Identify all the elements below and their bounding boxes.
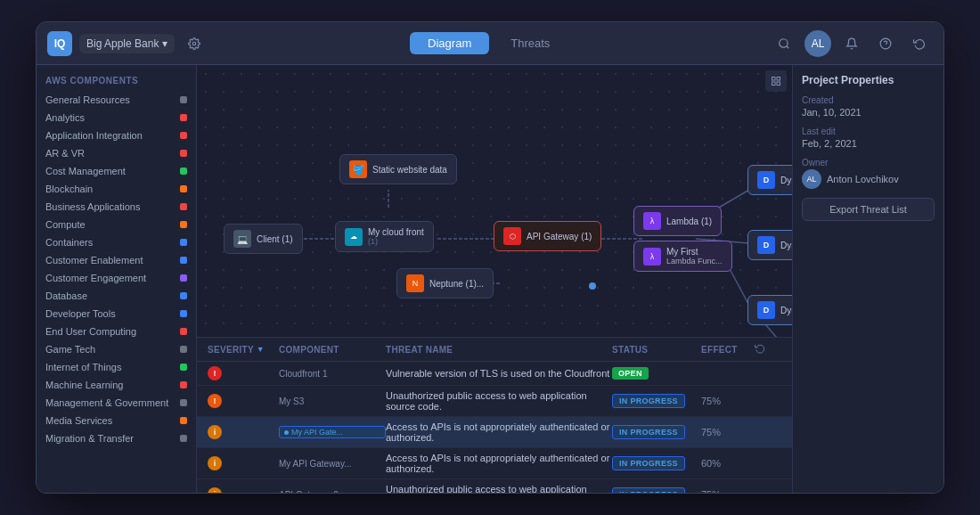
table-row[interactable]: i My API Gate... Access to APIs is not a… (197, 417, 792, 448)
severity-high-icon: ! (208, 394, 222, 408)
node-lambda1[interactable]: λ Lambda (1) (633, 206, 722, 236)
sidebar-dot (180, 328, 187, 335)
sidebar-dot (180, 168, 187, 175)
severity-medium-icon: i (208, 487, 222, 493)
dynamo-2b-icon: D (757, 236, 775, 254)
cell-component: API Gateway 2 (279, 490, 386, 494)
sidebar-dot (180, 417, 187, 424)
sidebar-item-end-user-computing[interactable]: End User Computing (37, 323, 196, 340)
sidebar-item-game-tech[interactable]: Game Tech (37, 340, 196, 358)
prop-created-value: Jan, 10, 2021 (802, 107, 935, 118)
sidebar-dot (180, 221, 187, 228)
properties-title: Project Properties (802, 74, 935, 86)
table-row[interactable]: i API Gateway 2 Unauthorized public acce… (197, 479, 792, 493)
sidebar-item-iot[interactable]: Internet of Things (37, 358, 196, 376)
settings-button[interactable] (182, 31, 207, 56)
sidebar-item-cost-management[interactable]: Cost Management (37, 162, 196, 180)
s3-icon: 🪣 (349, 160, 367, 178)
client-icon: 💻 (233, 230, 251, 248)
sidebar-header: AWS Components (37, 72, 196, 91)
prop-last-edit-label: Last edit (802, 127, 935, 136)
col-component: Component (279, 345, 386, 355)
export-button[interactable]: Export Threat List (802, 198, 935, 221)
node-client-label: Client (1) (257, 234, 293, 244)
project-selector[interactable]: Big Apple Bank ▾ (79, 34, 175, 53)
sidebar-item-application-integration[interactable]: Application Integration (37, 127, 196, 144)
diagram-settings-button[interactable] (765, 70, 787, 92)
sidebar-dot (180, 399, 187, 406)
help-button[interactable] (872, 30, 899, 57)
col-severity[interactable]: Severity ▼ (208, 345, 279, 355)
sidebar-item-management[interactable]: Management & Government (37, 394, 196, 412)
sidebar-dot (180, 274, 187, 282)
col-action (755, 343, 781, 356)
table-row[interactable]: i My API Gateway... Access to APIs is no… (197, 448, 792, 479)
right-panel: Project Properties Created Jan, 10, 2021… (792, 65, 943, 493)
cell-effect: 60% (701, 458, 755, 469)
sidebar-dot (180, 381, 187, 388)
diagram-area[interactable]: 🔒 💻 Client (1) 🪣 Static website data (197, 65, 792, 337)
table-row[interactable]: ! My S3 Unauthorized public access to we… (197, 386, 792, 417)
notifications-button[interactable] (838, 30, 865, 57)
sidebar-item-general-resources[interactable]: General Resources (37, 91, 196, 109)
sidebar-dot (180, 364, 187, 371)
sidebar-item-ml[interactable]: Machine Learning (37, 376, 196, 394)
status-badge-inprogress: IN PROGRESS (612, 456, 685, 470)
sidebar-item-media[interactable]: Media Services (37, 412, 196, 429)
sidebar-dot (180, 185, 187, 192)
tab-diagram[interactable]: Diagram (410, 32, 489, 54)
sidebar-item-customer-enablement[interactable]: Customer Enablement (37, 251, 196, 269)
sidebar-dot (180, 203, 187, 210)
sidebar-item-migration[interactable]: Migration & Transfer (37, 429, 196, 447)
table-rows: ! Cloudfront 1 Vulnerable version of TLS… (197, 362, 792, 493)
svg-rect-7 (772, 82, 776, 86)
node-dynamo2b[interactable]: D DynamoDB 2 (747, 230, 792, 260)
sidebar-item-containers[interactable]: Containers (37, 233, 196, 251)
search-button[interactable] (771, 30, 797, 57)
cell-effect: 75% (701, 489, 755, 493)
project-name: Big Apple Bank (86, 37, 159, 50)
sidebar-item-ar-vr[interactable]: AR & VR (37, 144, 196, 162)
sidebar-item-developer-tools[interactable]: Developer Tools (37, 305, 196, 323)
sidebar-item-customer-engagement[interactable]: Customer Engagement (37, 269, 196, 287)
node-client[interactable]: 💻 Client (1) (224, 224, 303, 254)
status-badge-open: OPEN (612, 367, 649, 380)
cell-threat-name: Unauthorized public access to web applic… (386, 390, 612, 412)
history-button[interactable] (906, 30, 933, 57)
severity-medium-icon: i (208, 456, 222, 470)
neptune-icon: N (406, 274, 424, 292)
table-row[interactable]: ! Cloudfront 1 Vulnerable version of TLS… (197, 362, 792, 386)
sidebar-dot (180, 114, 187, 121)
component-tag-selected: My API Gate... (279, 426, 386, 438)
sidebar-item-database[interactable]: Database (37, 287, 196, 305)
col-status: Status (612, 345, 701, 355)
cell-component: Cloudfront 1 (279, 369, 386, 379)
prop-created: Created Jan, 10, 2021 (802, 95, 935, 118)
node-dynamo1-label: DynamoDB 1 (780, 306, 792, 315)
sidebar-item-blockchain[interactable]: Blockchain (37, 180, 196, 198)
api-icon: ⬡ (503, 227, 521, 245)
node-api-gw1-label: API Gateway (1) (527, 232, 592, 241)
sidebar-item-compute[interactable]: Compute (37, 216, 196, 233)
sidebar-item-analytics[interactable]: Analytics (37, 109, 196, 127)
node-neptune[interactable]: N Neptune (1)... (396, 268, 494, 298)
cell-threat-name: Access to APIs is not appropriately auth… (386, 421, 612, 443)
node-api-gw1[interactable]: ⬡ API Gateway (1) (494, 221, 601, 251)
cell-threat-name: Unauthorized public access to web applic… (386, 484, 612, 493)
sidebar-dot (180, 132, 187, 139)
project-caret-icon: ▾ (162, 37, 167, 50)
tab-threats[interactable]: Threats (493, 32, 568, 54)
node-static-web[interactable]: 🪣 Static website data (339, 154, 457, 184)
svg-rect-5 (777, 78, 780, 81)
sidebar-item-business-applications[interactable]: Business Applications (37, 198, 196, 216)
cell-effect: 75% (701, 427, 755, 437)
node-dynamo2a[interactable]: D DynamoDB 2 (747, 165, 792, 195)
cell-component: My S3 (279, 396, 386, 406)
node-cloudfront[interactable]: ☁ My cloud front (1) (335, 221, 434, 252)
node-dynamo1[interactable]: D DynamoDB 1 (747, 295, 792, 325)
avatar[interactable]: AL (804, 30, 831, 57)
node-cloudfront-label: My cloud front (1) (368, 227, 424, 246)
node-lambda-func[interactable]: λ My First Lambda Func... (633, 241, 732, 272)
status-badge-inprogress: IN PROGRESS (612, 487, 685, 493)
tag-dot (284, 430, 289, 435)
